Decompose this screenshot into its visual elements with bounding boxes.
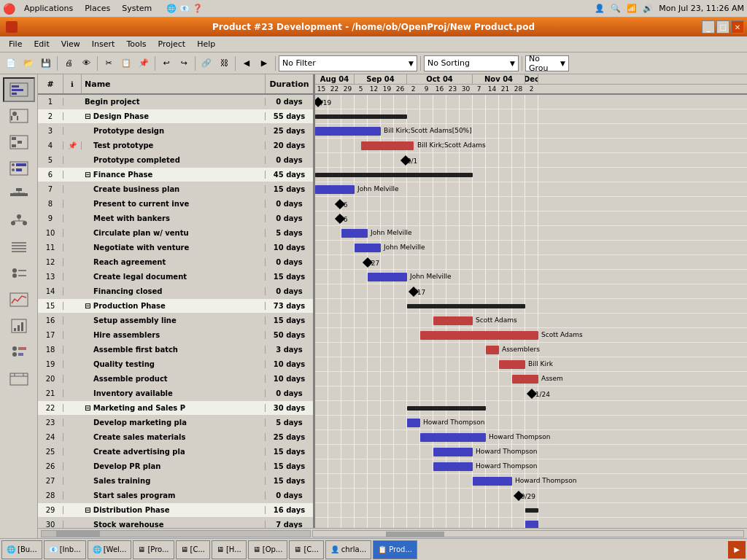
print-button[interactable]: 🖨: [61, 55, 77, 71]
task-row[interactable]: 12 Reach agreement 0 days: [38, 255, 313, 270]
undo-button[interactable]: ↩: [158, 55, 174, 71]
gantt-view-icon[interactable]: [3, 77, 35, 102]
open-button[interactable]: 📂: [20, 55, 36, 71]
taskbar-item[interactable]: 🖥[Pro...: [133, 540, 174, 559]
taskbar-item[interactable]: 🌐[Wel...: [88, 540, 132, 559]
taskbar-item[interactable]: 🖥[C...: [289, 540, 323, 559]
taskbar-item[interactable]: 📋Prod...: [373, 540, 417, 559]
task-row[interactable]: 24 Create sales materials 25 days: [38, 430, 313, 445]
cut-button[interactable]: ✂: [101, 55, 117, 71]
task-row[interactable]: 15 ⊟ Production Phase 73 days: [38, 299, 313, 314]
task-row[interactable]: 5 Prototype completed 0 days: [38, 153, 313, 168]
browser-icon[interactable]: 🌐: [166, 4, 177, 13]
task-row[interactable]: 8 Present to current inve 0 days: [38, 197, 313, 211]
paste-button[interactable]: 📌: [136, 55, 152, 71]
task-row[interactable]: 16 Setup assembly line 15 days: [38, 314, 313, 328]
taskbar-item[interactable]: 🖥[C...: [176, 540, 210, 559]
sorting-dropdown[interactable]: No Sorting ▼: [424, 55, 519, 71]
gantt-cell: [446, 182, 460, 196]
task-row[interactable]: 22 ⊟ Marketing and Sales P 30 days: [38, 401, 313, 416]
gantt-cell: [368, 343, 381, 357]
task-row[interactable]: 29 ⊟ Distribution Phase 16 days: [38, 503, 313, 518]
gantt-scrollbar-thumb[interactable]: [386, 532, 444, 537]
task-row[interactable]: 7 Create business plan 15 days: [38, 182, 313, 197]
save-button[interactable]: 💾: [38, 55, 54, 71]
taskbar-item[interactable]: 🌐[Bu...: [1, 540, 42, 559]
report-icon[interactable]: [3, 314, 35, 338]
close-button[interactable]: ✕: [731, 20, 744, 34]
redo-button[interactable]: ↪: [176, 55, 192, 71]
scrollbar-h[interactable]: [38, 528, 747, 538]
task-row[interactable]: 27 Sales training 15 days: [38, 474, 313, 489]
preview-button[interactable]: 👁: [78, 55, 94, 71]
view-menu[interactable]: View: [55, 38, 86, 50]
help-icon[interactable]: ❓: [193, 4, 203, 13]
task-row[interactable]: 20 Assemble product 10 days: [38, 372, 313, 386]
task-row[interactable]: 25 Create advertising pla 15 days: [38, 445, 313, 459]
calendar-icon[interactable]: [3, 366, 35, 391]
new-button[interactable]: 📄: [3, 55, 19, 71]
task-row[interactable]: 6 ⊟ Finance Phase 45 days: [38, 168, 313, 182]
email-icon[interactable]: 📧: [179, 4, 190, 13]
insert-menu[interactable]: Insert: [86, 38, 121, 50]
file-menu[interactable]: File: [3, 38, 28, 50]
task-list-icon[interactable]: [3, 235, 35, 260]
h-scrollbar-thumb[interactable]: [56, 531, 100, 537]
task-row[interactable]: 23 Develop marketing pla 5 days: [38, 416, 313, 430]
gantt-h-scrollbar[interactable]: [312, 530, 744, 537]
network-view-icon[interactable]: [3, 130, 35, 155]
task-row[interactable]: 2 ⊟ Design Phase 55 days: [38, 109, 313, 124]
task-row[interactable]: 9 Meet with bankers 0 days: [38, 211, 313, 226]
system-menu[interactable]: System: [119, 2, 155, 15]
task-row[interactable]: 11 Negotiate with venture 10 days: [38, 241, 313, 255]
task-row[interactable]: 3 Prototype design 25 days: [38, 124, 313, 139]
task-id: 21: [38, 389, 63, 397]
edit-menu[interactable]: Edit: [28, 38, 55, 50]
resource-gantt-icon[interactable]: [3, 156, 35, 181]
help-menu[interactable]: Help: [191, 38, 221, 50]
task-row[interactable]: 1 Begin project 0 days: [38, 95, 313, 109]
tracking-icon[interactable]: [3, 287, 35, 312]
task-row[interactable]: 26 Develop PR plan 15 days: [38, 459, 313, 474]
minimize-button[interactable]: _: [702, 20, 715, 34]
taskbar-item[interactable]: 👤chrla...: [325, 540, 371, 559]
task-row[interactable]: 13 Create legal document 15 days: [38, 270, 313, 284]
applications-menu[interactable]: Applications: [21, 2, 76, 15]
gantt-chart[interactable]: Aug 04Sep 04Oct 04Nov 04Dec 152229512192…: [315, 74, 747, 528]
task-row[interactable]: 14 Financing closed 0 days: [38, 284, 313, 299]
taskbar-icon: 📋: [378, 545, 387, 553]
unlink-button[interactable]: ⛓: [216, 55, 232, 71]
copy-button[interactable]: 📋: [118, 55, 134, 71]
gantt-bar: [525, 508, 538, 513]
h-scrollbar-track[interactable]: [41, 530, 311, 537]
taskbar-item[interactable]: 🖥[Op...: [248, 540, 288, 559]
task-row[interactable]: 21 Inventory available 0 days: [38, 386, 313, 401]
resource-view-icon[interactable]: [3, 104, 35, 128]
tools-menu[interactable]: Tools: [120, 38, 152, 50]
task-row[interactable]: 10 Circulate plan w/ ventu 5 days: [38, 226, 313, 241]
resource-tracking-icon[interactable]: [3, 340, 35, 365]
task-row[interactable]: 19 Quality testing 10 days: [38, 357, 313, 372]
rbs-icon[interactable]: [3, 209, 35, 233]
task-row[interactable]: 17 Hire assemblers 50 days: [38, 328, 313, 343]
back-button[interactable]: ◀: [239, 55, 255, 71]
group-dropdown[interactable]: No Grou ▼: [525, 55, 569, 71]
taskbar-item[interactable]: 📧[Inb...: [44, 540, 86, 559]
taskbar-item[interactable]: 🖥[H...: [212, 540, 247, 559]
gantt-cell: [315, 153, 328, 167]
forward-button[interactable]: ▶: [256, 55, 272, 71]
search-icon[interactable]: 🔍: [611, 4, 621, 13]
task-row[interactable]: 4 📌 Test prototype 20 days: [38, 139, 313, 153]
link-button[interactable]: 🔗: [198, 55, 214, 71]
task-row[interactable]: 18 Assemble first batch 3 days: [38, 343, 313, 357]
task-row[interactable]: 28 Start sales program 0 days: [38, 489, 313, 503]
project-menu[interactable]: Project: [152, 38, 192, 50]
filter-dropdown[interactable]: No Filter ▼: [279, 55, 417, 71]
places-menu[interactable]: Places: [82, 2, 113, 15]
task-row[interactable]: 30 Stock warehouse 7 days: [38, 518, 313, 528]
wbs-icon[interactable]: [3, 182, 35, 207]
gantt-cell: [512, 211, 525, 225]
resource-list-icon[interactable]: [3, 261, 35, 286]
maximize-button[interactable]: □: [716, 20, 729, 34]
taskbar-end-icon[interactable]: ▶: [728, 541, 746, 559]
